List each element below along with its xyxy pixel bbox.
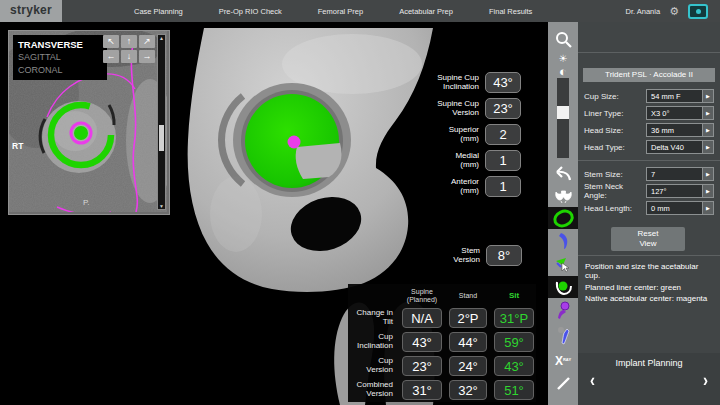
undo-icon[interactable] (548, 162, 578, 184)
measure-row: Medial(mm) 1 (415, 148, 521, 172)
stem-neck-angle-expand-icon[interactable]: ▶ (703, 184, 714, 198)
reset-view-button[interactable]: ResetView (611, 227, 685, 251)
anterior-mm-value: 1 (485, 176, 521, 197)
row-cup-inclination: CupInclination (350, 330, 398, 354)
field-liner-type: Liner Type: X3 0° ▶ (584, 105, 714, 121)
legend-planned-liner: Planned liner center: green (585, 283, 681, 292)
side-label: RT (12, 141, 23, 151)
row-combined-version: CombinedVersion (350, 378, 398, 402)
pan-right-icon[interactable]: → (139, 50, 155, 63)
head-length-expand-icon[interactable]: ▶ (703, 201, 714, 215)
liner-type-expand-icon[interactable]: ▶ (703, 106, 714, 120)
implant-drag-icon[interactable] (548, 253, 578, 275)
measure-row: Supine CupInclination 43° (415, 70, 521, 94)
legend-native-center: Native acetabular center: magenta (585, 294, 707, 303)
slice-scrollbar-thumb[interactable] (159, 125, 164, 151)
col-supine-planned: Supine(Planned) (399, 286, 445, 306)
main-nav: Case Planning Pre-Op RIO Check Femoral P… (134, 7, 532, 16)
pose-comparison-table: Supine(Planned) Stand Sit Change inTilt … (348, 284, 536, 402)
stem-size-expand-icon[interactable]: ▶ (703, 167, 714, 181)
gear-icon[interactable]: ⚙ (669, 6, 679, 17)
implant-panel: Trident PSL · Accolade II Cup Size: 54 m… (578, 22, 720, 405)
measure-row: Superior(mm) 2 (415, 122, 521, 146)
pan-up-right-icon[interactable]: ↗ (139, 35, 155, 48)
cup-measurements: Supine CupInclination 43° Supine CupVers… (415, 70, 521, 200)
col-sit: Sit (491, 286, 537, 306)
col-stand: Stand (446, 286, 490, 306)
liner-type-select[interactable]: X3 0° (646, 106, 703, 120)
stem-neck-angle-select[interactable]: 127° (646, 184, 703, 198)
field-head-length: Head Length: 0 mm ▶ (584, 200, 714, 216)
instruction-text: Position and size the acetabular cup. (585, 262, 715, 280)
head-type-expand-icon[interactable]: ▶ (703, 140, 714, 154)
native-center-marker (288, 136, 301, 149)
field-stem-neck-angle: Stem Neck Angle: 127° ▶ (584, 183, 714, 199)
pelvis-icon[interactable] (548, 185, 578, 207)
measure-row: Supine CupVersion 23° (415, 96, 521, 120)
posterior-label: P. (83, 198, 90, 207)
head-type-select[interactable]: Delta V40 (646, 140, 703, 154)
stem-head-icon[interactable] (548, 324, 578, 346)
row-cup-version: CupVersion (350, 354, 398, 378)
planned-liner-icon[interactable] (548, 207, 578, 229)
field-cup-size: Cup Size: 54 mm F ▶ (584, 88, 714, 104)
field-head-size: Head Size: 36 mm ▶ (584, 122, 714, 138)
slider-thumb[interactable] (557, 106, 569, 119)
cup-size-select[interactable]: 54 mm F (646, 89, 703, 103)
orientation-transverse[interactable]: TRANSVERSE (18, 38, 102, 51)
next-stage-icon[interactable]: › (703, 369, 708, 390)
pan-up-icon[interactable]: ↑ (121, 35, 137, 48)
top-bar: stryker Case Planning Pre-Op RIO Check F… (0, 0, 720, 22)
field-stem-size: Stem Size: 7 ▶ (584, 166, 714, 182)
ct-viewer-panel[interactable]: TRANSVERSE SAGITTAL CORONAL ↖ ↑ ↗ ← ↓ → … (8, 30, 170, 215)
xray-icon[interactable]: XRAY (548, 350, 578, 372)
row-change-in-tilt: Change inTilt (350, 306, 398, 330)
measure-row: Anterior(mm) 1 (415, 174, 521, 198)
nav-case-planning[interactable]: Case Planning (134, 7, 183, 16)
pan-controls: ↖ ↑ ↗ ← ↓ → (103, 35, 159, 63)
cup-size-expand-icon[interactable]: ▶ (703, 89, 714, 103)
femur-head-icon[interactable] (548, 299, 578, 321)
user-name: Dr. Anania (626, 7, 661, 16)
head-size-expand-icon[interactable]: ▶ (703, 123, 714, 137)
stem-version-value: 8° (486, 245, 522, 266)
slice-scrollbar[interactable]: ▲ ▼ (157, 34, 166, 210)
scroll-down-icon[interactable]: ▼ (158, 203, 165, 209)
nav-final-results[interactable]: Final Results (489, 7, 532, 16)
field-head-type: Head Type: Delta V40 ▶ (584, 139, 714, 155)
superior-mm-value: 2 (485, 124, 521, 145)
nav-acetabular-prep[interactable]: Acetabular Prep (399, 7, 453, 16)
stem-version-readout: StemVersion 8° (427, 240, 548, 270)
pan-up-left-icon[interactable]: ↖ (103, 35, 119, 48)
cup-head-icon[interactable] (548, 276, 578, 298)
camera-indicator-icon[interactable] (688, 4, 708, 19)
orientation-sagittal[interactable]: SAGITTAL (18, 51, 102, 64)
supine-cup-inclination-value: 43° (485, 72, 521, 93)
previous-stage-icon[interactable]: ‹ (590, 369, 595, 390)
head-size-select[interactable]: 36 mm (646, 123, 703, 137)
orientation-coronal[interactable]: CORONAL (18, 64, 102, 77)
stage-footer: Implant Planning ‹ › (578, 353, 720, 405)
view-toolbar: ☀ ◐ XRAY (548, 22, 578, 405)
stryker-logo: stryker (0, 0, 62, 22)
supine-cup-version-value: 23° (485, 98, 521, 119)
magnify-icon[interactable] (548, 28, 578, 50)
medial-mm-value: 1 (485, 150, 521, 171)
stem-size-select[interactable]: 7 (646, 167, 703, 181)
pan-left-icon[interactable]: ← (103, 50, 119, 63)
orientation-selector: TRANSVERSE SAGITTAL CORONAL (13, 35, 107, 80)
nav-pre-op-rio-check[interactable]: Pre-Op RIO Check (219, 7, 282, 16)
planned-center-marker (74, 126, 88, 140)
pan-down-icon[interactable]: ↓ (121, 50, 137, 63)
head-length-select[interactable]: 0 mm (646, 201, 703, 215)
nav-femoral-prep[interactable]: Femoral Prep (318, 7, 363, 16)
window-level-slider[interactable] (557, 78, 569, 158)
measure-icon[interactable] (548, 372, 578, 394)
planned-stem-icon[interactable] (548, 230, 578, 252)
stage-title: Implant Planning (578, 358, 720, 368)
scroll-up-icon[interactable]: ▲ (158, 35, 165, 41)
implant-system-title[interactable]: Trident PSL · Accolade II (583, 68, 715, 82)
